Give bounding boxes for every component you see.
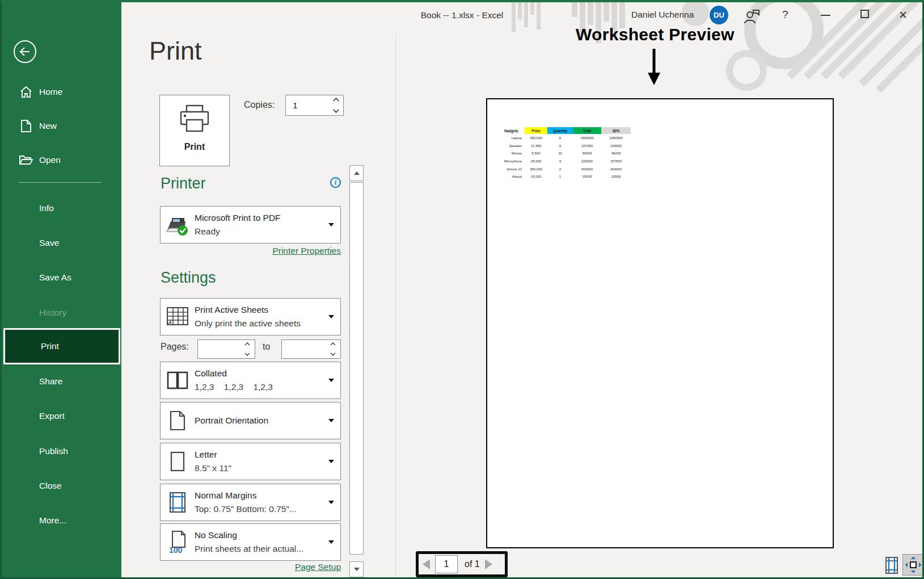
- next-page-icon[interactable]: [485, 559, 492, 569]
- show-margins-button[interactable]: [884, 556, 899, 575]
- sidebar-item-print-selected[interactable]: Print: [3, 328, 120, 364]
- zoom-to-page-icon: [905, 556, 922, 573]
- scroll-down-button[interactable]: [349, 561, 364, 577]
- info-icon[interactable]: i: [330, 177, 341, 188]
- margins-icon: [168, 491, 187, 514]
- scrollbar-thumb[interactable]: [349, 182, 364, 555]
- printer-status: Ready: [195, 226, 340, 237]
- pages-to-label: to: [263, 342, 270, 352]
- pages-from-stepper[interactable]: [197, 339, 255, 359]
- pages-label: Pages:: [161, 342, 189, 352]
- worksheet-preview-annotation: Worksheet Preview: [576, 25, 735, 44]
- table-header-row: Gadgets Price Quantity Total 30%: [497, 127, 631, 134]
- previous-page-icon[interactable]: [423, 559, 430, 569]
- col-header: Gadgets: [497, 127, 525, 134]
- avatar[interactable]: DU: [710, 6, 728, 24]
- paper-size-dropdown[interactable]: Letter 8.5" x 11": [160, 443, 341, 480]
- print-what-title: Print Active Sheets: [195, 305, 340, 315]
- show-margins-icon: [885, 557, 898, 574]
- scaling-title: No Scaling: [195, 530, 340, 540]
- col-header: Total: [573, 127, 601, 134]
- caret-down-icon: [328, 379, 334, 382]
- settings-scrollbar[interactable]: [349, 165, 364, 577]
- caret-down-icon: [328, 540, 334, 544]
- sidebar-item-label: Open: [39, 155, 61, 165]
- margins-dropdown[interactable]: Normal Margins Top: 0.75" Bottom: 0.75".…: [160, 484, 341, 521]
- sidebar-item-info[interactable]: Info: [2, 196, 121, 221]
- col-header: Quantity: [547, 127, 573, 134]
- share-person-icon[interactable]: [744, 8, 761, 24]
- account-user-name: Daniel Uchenna: [631, 10, 694, 20]
- caret-down-icon: [328, 501, 334, 504]
- sidebar-item-history: History: [2, 300, 121, 325]
- settings-section-heading: Settings: [161, 269, 216, 287]
- paper-size-title: Letter: [195, 450, 340, 460]
- worksheet-table: Gadgets Price Quantity Total 30% Laptop2…: [497, 127, 631, 181]
- copies-label: Copies:: [244, 100, 275, 110]
- svg-text:100: 100: [169, 546, 183, 554]
- orientation-title: Portrait Orientation: [195, 416, 340, 426]
- sidebar-item-home[interactable]: Home: [2, 79, 121, 104]
- sidebar-item-save-as[interactable]: Save As: [2, 265, 121, 290]
- sidebar-item-share[interactable]: Share: [2, 369, 121, 394]
- chevron-down-icon[interactable]: [333, 109, 339, 113]
- chevron-up-icon[interactable]: [244, 342, 250, 346]
- printer-name: Microsoft Print to PDF: [195, 213, 340, 223]
- col-header: Price: [525, 127, 547, 134]
- pages-to-stepper[interactable]: [281, 339, 341, 359]
- help-icon[interactable]: ?: [782, 9, 788, 21]
- active-sheets-icon: [166, 307, 189, 327]
- scroll-down-icon: [354, 568, 360, 571]
- minimize-icon[interactable]: [821, 15, 830, 16]
- printer-selector[interactable]: Microsoft Print to PDF Ready: [160, 206, 341, 244]
- sidebar-item-label: Home: [39, 87, 62, 97]
- table-row: Laptop250,000615000001050000: [497, 134, 631, 142]
- letter-paper-icon: [170, 451, 185, 472]
- col-header: 30%: [601, 127, 631, 134]
- caret-down-icon: [328, 460, 334, 463]
- table-row: Iphone 13300,0002600000420000: [497, 165, 631, 173]
- print-button[interactable]: Print: [159, 95, 230, 166]
- collation-title: Collated: [195, 368, 340, 379]
- scroll-up-button[interactable]: [349, 165, 364, 181]
- sidebar-item-export[interactable]: Export: [2, 404, 121, 429]
- page-setup-link[interactable]: Page Setup: [295, 562, 341, 572]
- chevron-down-icon[interactable]: [244, 353, 250, 356]
- excel-backstage-window: Book -- 1.xlsx - Excel Daniel Uchenna DU…: [0, 0, 924, 579]
- caret-down-icon: [328, 223, 334, 226]
- printer-properties-link-wrap: Printer Properties: [160, 246, 341, 256]
- margins-subtitle: Top: 0.75" Bottom: 0.75"...: [195, 504, 340, 514]
- chevron-up-icon[interactable]: [333, 98, 339, 102]
- sidebar-item-publish[interactable]: Publish: [2, 439, 121, 464]
- maximize-icon[interactable]: [860, 10, 869, 18]
- copies-stepper[interactable]: 1: [285, 95, 344, 116]
- printer-section-heading: Printer: [161, 175, 206, 192]
- current-page-input[interactable]: 1: [435, 555, 458, 573]
- backstage-sidebar: Home New Open Info Save Save As History …: [2, 2, 121, 577]
- chevron-up-icon[interactable]: [330, 342, 336, 346]
- sidebar-item-more[interactable]: More...: [2, 508, 121, 533]
- back-icon: [19, 45, 31, 58]
- collated-icon: [166, 371, 189, 390]
- print-what-dropdown[interactable]: Print Active Sheets Only print the activ…: [160, 298, 341, 335]
- zoom-to-page-button[interactable]: [902, 554, 924, 576]
- scaling-dropdown[interactable]: 100 No Scaling Print sheets at their act…: [160, 523, 341, 561]
- home-icon: [19, 86, 33, 98]
- panel-divider: [395, 33, 396, 575]
- page-title: Print: [149, 36, 202, 66]
- orientation-dropdown[interactable]: Portrait Orientation: [160, 402, 341, 439]
- collation-dropdown[interactable]: Collated 1,2,3 1,2,3 1,2,3: [160, 362, 341, 399]
- chevron-down-icon[interactable]: [330, 353, 336, 356]
- portrait-icon: [169, 410, 186, 431]
- page-count-label: of 1: [465, 559, 480, 569]
- printer-properties-link[interactable]: Printer Properties: [272, 246, 341, 255]
- scroll-up-icon: [354, 171, 360, 175]
- close-icon[interactable]: ✕: [898, 9, 908, 22]
- back-button[interactable]: [14, 40, 36, 63]
- sidebar-item-save[interactable]: Save: [2, 230, 121, 255]
- open-folder-icon: [19, 154, 33, 166]
- sidebar-item-open[interactable]: Open: [2, 148, 121, 173]
- table-row: Airpod15,00011500010500: [497, 173, 631, 181]
- sidebar-item-close[interactable]: Close: [2, 473, 121, 498]
- sidebar-item-new[interactable]: New: [2, 114, 121, 139]
